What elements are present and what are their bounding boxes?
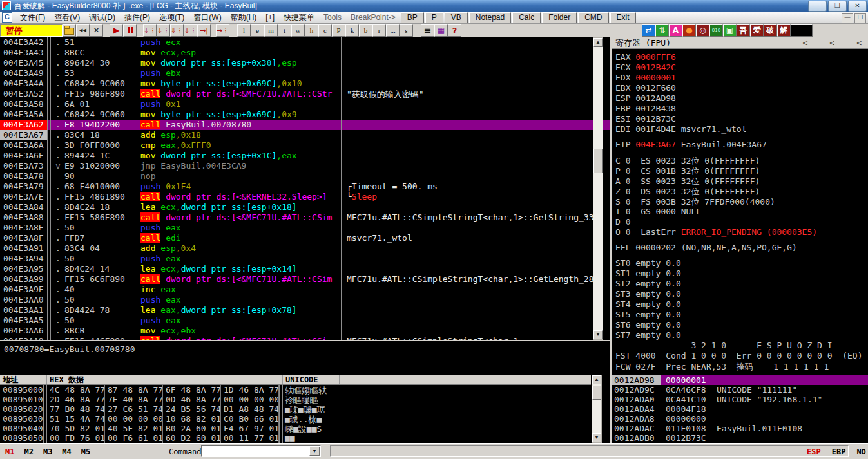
register-line[interactable]: D 0 — [615, 217, 868, 227]
disasm-row[interactable]: 004E3AA5.50push eax — [0, 315, 610, 326]
disasm-row[interactable]: 004E3A52.FF15 986F890call dword ptr ds:[… — [0, 89, 610, 99]
registers-pane[interactable]: 寄存器 (FPU) <<< EAX 0000FFF6ECX 0012B42CED… — [610, 37, 868, 375]
menu-button-p[interactable]: P — [425, 12, 443, 23]
register-line[interactable]: FST 4000 Cond 1 0 0 0 Err 0 0 0 0 0 0 0 … — [615, 351, 868, 361]
menu-button-folder[interactable]: Folder — [542, 12, 577, 23]
menu-button-vb[interactable]: VB — [445, 12, 468, 23]
menu-button-cmd[interactable]: CMD — [578, 12, 608, 23]
maximize-button[interactable]: ❐ — [828, 1, 847, 12]
black-box[interactable] — [791, 24, 813, 37]
close-process-button[interactable]: ✕ — [90, 24, 103, 37]
cpu-window-icon[interactable]: C — [2, 12, 12, 23]
breakpoints-button[interactable]: b — [359, 24, 372, 37]
disasm-row[interactable]: 004E3AA6.8BCBmov ecx,ebx — [0, 326, 610, 336]
register-line[interactable]: 3 2 1 0 E S P U O Z D I — [615, 341, 868, 351]
hex-dump-pane[interactable]: 008950004C 48 8A 7787 48 8A 776F 48 8A 7… — [0, 385, 591, 443]
register-line[interactable]: ST5 empty 0.0 — [615, 310, 868, 320]
dump-row[interactable]: 0089505000 FD 76 0100 F6 61 0160 D2 60 0… — [0, 433, 591, 443]
register-line[interactable]: ST6 empty 0.0 — [615, 320, 868, 330]
disasm-row[interactable]: 004E3A91.83C4 04add esp,0x4 — [0, 243, 610, 254]
register-line[interactable]: Z 0 DS 0023 32位 0(FFFFFFFF) — [615, 186, 868, 196]
cpu-window-button[interactable]: c — [318, 24, 332, 37]
register-line[interactable]: ST7 empty 0.0 — [615, 330, 868, 341]
collapse-panel-icon[interactable]: < — [856, 38, 862, 48]
register-line[interactable]: EDI 001F4D4E msvcr71._wtol — [615, 124, 868, 135]
disasm-row[interactable]: 004E3A42.51push ecx — [0, 37, 610, 48]
dump-scrollbar[interactable]: ▲ ▼ — [592, 375, 602, 443]
close-button[interactable]: ✕ — [848, 1, 867, 12]
scrollbar-thumb[interactable] — [593, 149, 603, 173]
plugin-letter-a-button[interactable]: A — [669, 24, 682, 37]
menu-item-2[interactable]: 调试(D) — [84, 13, 120, 22]
stack-row[interactable]: 0012ADA800000000 — [612, 414, 868, 424]
collapse-panel-icon[interactable]: < — [829, 38, 834, 48]
step-into-button[interactable]: ↓⋮ — [143, 24, 157, 37]
stack-row[interactable]: 0012ADB00012B73C — [612, 433, 868, 443]
menu-item-1[interactable]: 查看(V) — [50, 13, 84, 22]
dump-row[interactable]: 008950102D 46 8A 777E 40 8A 770D 46 8A 7… — [0, 395, 591, 404]
stack-pane[interactable]: 0012AD98000000010012AD9C0CA46CF8UNICODE … — [610, 375, 868, 443]
trace-into-button[interactable]: ⇓⋮ — [170, 24, 184, 37]
brand-jie-button[interactable]: 解 — [777, 24, 791, 37]
plugin-binary-button[interactable]: 010 — [709, 24, 723, 37]
disasm-row[interactable]: 004E3A67.83C4 18add esp,0x18 — [0, 130, 610, 140]
plugin-ball-button[interactable]: ● — [682, 24, 696, 37]
executable-modules-button[interactable]: e — [251, 24, 264, 37]
disasm-row[interactable]: 004E3A43.8BCCmov ecx,esp — [0, 48, 610, 58]
disasm-row[interactable]: 004E3A6A.3D F0FF0000cmp eax,0xFFF0 — [0, 140, 610, 151]
plugin-grid-button[interactable]: ▦ — [434, 24, 448, 37]
register-line[interactable]: ESP 0012AD98 — [615, 93, 868, 104]
menu-item-3[interactable]: 插件(P) — [120, 13, 155, 22]
menu-item-6[interactable]: 帮助(H) — [226, 13, 262, 22]
plugin-window-button[interactable]: ▣ — [723, 24, 737, 37]
menu-button-exit[interactable]: Exit — [610, 12, 636, 23]
call-stack-button[interactable]: k — [345, 24, 359, 37]
disasm-row[interactable]: 004E3A9F.40inc eax — [0, 285, 610, 295]
menu-item-8[interactable]: 快捷菜单 — [279, 13, 319, 22]
open-file-button[interactable] — [63, 24, 76, 37]
menu-button-bp[interactable]: BP — [401, 12, 424, 23]
collapse-panel-icon[interactable]: < — [803, 38, 808, 48]
dump-row[interactable]: 008950004C 48 8A 7787 48 8A 776F 48 8A 7… — [0, 385, 591, 395]
menu-item-9[interactable]: Tools — [319, 13, 346, 22]
memory-slot-m3[interactable]: M3 — [43, 447, 52, 456]
menu-item-10[interactable]: BreakPoint-> — [346, 13, 400, 22]
register-line[interactable]: ST1 empty 0.0 — [615, 268, 868, 279]
disasm-row[interactable]: 004E3A58.6A 01push 0x1 — [0, 99, 610, 109]
disasm-row[interactable]: 004E3A45.896424 30mov dword ptr ss:[esp+… — [0, 58, 610, 68]
windows-button[interactable]: w — [291, 24, 305, 37]
register-line[interactable]: O 0 LastErr ERROR_IO_PENDING (000003E5) — [615, 227, 868, 238]
disasm-row[interactable]: 004E3A8E.50push eax — [0, 223, 610, 233]
step-over-button[interactable]: ↓⋮ — [157, 24, 170, 37]
stack-row[interactable]: 0012ADA400004F18 — [612, 404, 868, 414]
pause-button[interactable] — [123, 24, 137, 37]
disasm-row[interactable]: 004E3A6F.894424 1Cmov dword ptr ss:[esp+… — [0, 151, 610, 161]
scroll-down-icon[interactable]: ▼ — [592, 433, 601, 442]
disasm-row[interactable]: 004E3A94.50push eax — [0, 254, 610, 264]
scroll-up-icon[interactable]: ▲ — [593, 38, 603, 47]
memory-slot-m4[interactable]: M4 — [62, 447, 71, 456]
disasm-row[interactable]: 004E3A99.FF15 6C6F890call dword ptr ds:[… — [0, 274, 610, 285]
menu-item-5[interactable]: 窗口(W) — [189, 13, 226, 22]
patches-button[interactable]: P — [332, 24, 345, 37]
references-button[interactable]: r — [372, 24, 386, 37]
disasm-row[interactable]: 004E3A73vE9 31020000jmp EasyBuil.004E3CA… — [0, 161, 610, 171]
disassembly-pane[interactable]: 004E3A42.51push ecx004E3A43.8BCCmov ecx,… — [0, 37, 610, 340]
execute-till-user-code-button[interactable]: →⋮ — [216, 24, 229, 37]
scroll-down-icon[interactable]: ▼ — [593, 330, 603, 339]
dump-row[interactable]: 0089502077 B0 48 7427 C6 51 7424 B5 56 7… — [0, 404, 591, 414]
stack-row[interactable]: 0012ADA00CA41C10UNICODE "192.168.1.1" — [612, 395, 868, 404]
trace-over-button[interactable]: ⇓⋮ — [184, 24, 197, 37]
disasm-row[interactable]: 004E3AA0.50push eax — [0, 295, 610, 305]
disasm-row[interactable]: 004E3A4A.C68424 9C060mov byte ptr ss:[es… — [0, 79, 610, 89]
dropdown-arrow-icon[interactable]: ▼ — [309, 447, 320, 456]
help-button[interactable]: ? — [448, 24, 461, 37]
dump-row[interactable]: 0089504070 5D 82 0140 5F 82 01B0 2A 60 0… — [0, 424, 591, 433]
memory-slot-m1[interactable]: M1 — [5, 447, 14, 456]
restart-button[interactable]: ◀◀ — [76, 24, 90, 37]
disasm-row[interactable]: 004E3A62.E8 194D2200call EasyBuil.007087… — [0, 120, 610, 130]
menu-button-calc[interactable]: Calc — [512, 12, 541, 23]
handles-button[interactable]: h — [305, 24, 318, 37]
plugin-swap-arrows-button[interactable]: ⇄ — [642, 24, 655, 37]
menu-item-7[interactable]: [+] — [261, 13, 279, 22]
